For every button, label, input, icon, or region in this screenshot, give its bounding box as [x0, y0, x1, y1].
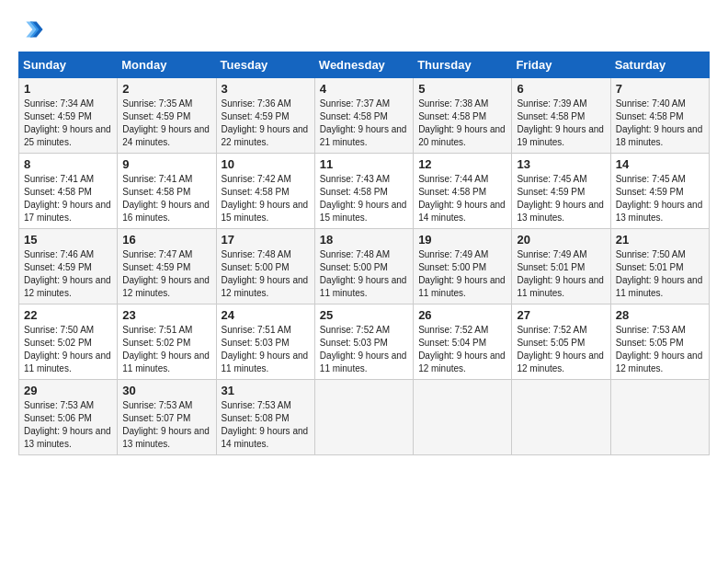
day-info: Sunrise: 7:38 AMSunset: 4:58 PMDaylight:…: [418, 98, 506, 149]
day-info: Sunrise: 7:52 AMSunset: 5:03 PMDaylight:…: [320, 324, 408, 375]
day-number: 25: [320, 308, 408, 322]
day-info: Sunrise: 7:35 AMSunset: 4:59 PMDaylight:…: [122, 98, 210, 149]
day-info: Sunrise: 7:39 AMSunset: 4:58 PMDaylight:…: [517, 98, 605, 149]
day-info: Sunrise: 7:50 AMSunset: 5:01 PMDaylight:…: [616, 248, 704, 300]
day-info: Sunrise: 7:52 AMSunset: 5:04 PMDaylight:…: [418, 324, 506, 375]
day-info: Sunrise: 7:51 AMSunset: 5:03 PMDaylight:…: [222, 324, 310, 375]
calendar-cell: 31Sunrise: 7:53 AMSunset: 5:08 PMDayligh…: [216, 380, 314, 455]
calendar-cell: 30Sunrise: 7:53 AMSunset: 5:07 PMDayligh…: [118, 380, 216, 455]
calendar-cell: 11Sunrise: 7:43 AMSunset: 4:58 PMDayligh…: [314, 154, 413, 229]
day-info: Sunrise: 7:41 AMSunset: 4:58 PMDaylight:…: [122, 173, 210, 224]
day-number: 17: [222, 233, 310, 247]
calendar-cell: 16Sunrise: 7:47 AMSunset: 4:59 PMDayligh…: [118, 229, 216, 304]
calendar-cell: 2Sunrise: 7:35 AMSunset: 4:59 PMDaylight…: [118, 78, 216, 154]
day-number: 31: [222, 384, 310, 397]
day-number: 2: [122, 82, 210, 96]
day-number: 12: [418, 157, 506, 171]
day-number: 3: [222, 82, 310, 96]
calendar-cell: 8Sunrise: 7:41 AMSunset: 4:58 PMDaylight…: [19, 154, 118, 229]
logo-icon: [18, 17, 44, 42]
calendar-cell: [610, 380, 709, 455]
day-info: Sunrise: 7:53 AMSunset: 5:06 PMDaylight:…: [24, 399, 112, 451]
day-number: 9: [122, 157, 210, 171]
day-info: Sunrise: 7:40 AMSunset: 4:58 PMDaylight:…: [616, 98, 704, 149]
day-number: 28: [616, 308, 704, 322]
calendar-cell: 24Sunrise: 7:51 AMSunset: 5:03 PMDayligh…: [216, 304, 314, 380]
calendar-cell: 9Sunrise: 7:41 AMSunset: 4:58 PMDaylight…: [118, 154, 216, 229]
day-number: 23: [122, 308, 210, 322]
day-number: 27: [517, 308, 605, 322]
day-number: 30: [122, 384, 210, 397]
calendar-cell: 19Sunrise: 7:49 AMSunset: 5:00 PMDayligh…: [414, 229, 512, 304]
calendar-cell: [414, 380, 512, 455]
day-info: Sunrise: 7:53 AMSunset: 5:07 PMDaylight:…: [122, 399, 210, 451]
day-info: Sunrise: 7:53 AMSunset: 5:05 PMDaylight:…: [616, 324, 704, 375]
day-info: Sunrise: 7:36 AMSunset: 4:59 PMDaylight:…: [222, 98, 310, 149]
day-number: 10: [222, 157, 310, 171]
calendar-cell: 23Sunrise: 7:51 AMSunset: 5:02 PMDayligh…: [118, 304, 216, 380]
day-info: Sunrise: 7:48 AMSunset: 5:00 PMDaylight:…: [222, 248, 310, 300]
header-friday: Friday: [512, 52, 610, 78]
day-number: 15: [24, 233, 112, 247]
day-info: Sunrise: 7:51 AMSunset: 5:02 PMDaylight:…: [122, 324, 210, 375]
day-number: 22: [24, 308, 112, 322]
week-row-0: 1Sunrise: 7:34 AMSunset: 4:59 PMDaylight…: [19, 78, 710, 154]
week-row-2: 15Sunrise: 7:46 AMSunset: 4:59 PMDayligh…: [19, 229, 710, 304]
day-number: 21: [616, 233, 704, 247]
day-number: 5: [418, 82, 506, 96]
header-thursday: Thursday: [414, 52, 512, 78]
week-row-3: 22Sunrise: 7:50 AMSunset: 5:02 PMDayligh…: [19, 304, 710, 380]
day-number: 1: [24, 82, 112, 96]
week-row-1: 8Sunrise: 7:41 AMSunset: 4:58 PMDaylight…: [19, 154, 710, 229]
calendar-cell: 20Sunrise: 7:49 AMSunset: 5:01 PMDayligh…: [512, 229, 610, 304]
day-number: 24: [222, 308, 310, 322]
calendar-cell: [512, 380, 610, 455]
calendar-header-row: SundayMondayTuesdayWednesdayThursdayFrid…: [19, 52, 710, 78]
header-sunday: Sunday: [19, 52, 118, 78]
calendar-table: SundayMondayTuesdayWednesdayThursdayFrid…: [18, 52, 710, 455]
day-number: 8: [24, 157, 112, 171]
calendar-cell: 26Sunrise: 7:52 AMSunset: 5:04 PMDayligh…: [414, 304, 512, 380]
main-container: SundayMondayTuesdayWednesdayThursdayFrid…: [0, 0, 728, 465]
header-wednesday: Wednesday: [314, 52, 413, 78]
calendar-cell: 10Sunrise: 7:42 AMSunset: 4:58 PMDayligh…: [216, 154, 314, 229]
calendar-cell: 17Sunrise: 7:48 AMSunset: 5:00 PMDayligh…: [216, 229, 314, 304]
header-tuesday: Tuesday: [216, 52, 314, 78]
day-number: 13: [517, 157, 605, 171]
calendar-cell: 7Sunrise: 7:40 AMSunset: 4:58 PMDaylight…: [610, 78, 709, 154]
calendar-cell: 28Sunrise: 7:53 AMSunset: 5:05 PMDayligh…: [610, 304, 709, 380]
day-number: 14: [616, 157, 704, 171]
day-number: 20: [517, 233, 605, 247]
day-info: Sunrise: 7:47 AMSunset: 4:59 PMDaylight:…: [122, 248, 210, 300]
day-number: 11: [320, 157, 408, 171]
day-info: Sunrise: 7:45 AMSunset: 4:59 PMDaylight:…: [616, 173, 704, 224]
day-number: 7: [616, 82, 704, 96]
calendar-cell: 18Sunrise: 7:48 AMSunset: 5:00 PMDayligh…: [314, 229, 413, 304]
calendar-cell: 14Sunrise: 7:45 AMSunset: 4:59 PMDayligh…: [610, 154, 709, 229]
day-info: Sunrise: 7:43 AMSunset: 4:58 PMDaylight:…: [320, 173, 408, 224]
calendar-cell: 29Sunrise: 7:53 AMSunset: 5:06 PMDayligh…: [19, 380, 118, 455]
day-info: Sunrise: 7:37 AMSunset: 4:58 PMDaylight:…: [320, 98, 408, 149]
day-info: Sunrise: 7:48 AMSunset: 5:00 PMDaylight:…: [320, 248, 408, 300]
calendar-cell: 5Sunrise: 7:38 AMSunset: 4:58 PMDaylight…: [414, 78, 512, 154]
calendar-cell: 3Sunrise: 7:36 AMSunset: 4:59 PMDaylight…: [216, 78, 314, 154]
day-number: 6: [517, 82, 605, 96]
calendar-cell: [314, 380, 413, 455]
day-info: Sunrise: 7:49 AMSunset: 5:00 PMDaylight:…: [418, 248, 506, 300]
day-number: 4: [320, 82, 408, 96]
day-number: 19: [418, 233, 506, 247]
header: [18, 17, 710, 42]
day-info: Sunrise: 7:34 AMSunset: 4:59 PMDaylight:…: [24, 98, 112, 149]
day-info: Sunrise: 7:42 AMSunset: 4:58 PMDaylight:…: [222, 173, 310, 224]
calendar-cell: 22Sunrise: 7:50 AMSunset: 5:02 PMDayligh…: [19, 304, 118, 380]
calendar-cell: 4Sunrise: 7:37 AMSunset: 4:58 PMDaylight…: [314, 78, 413, 154]
header-monday: Monday: [118, 52, 216, 78]
day-info: Sunrise: 7:50 AMSunset: 5:02 PMDaylight:…: [24, 324, 112, 375]
header-saturday: Saturday: [610, 52, 709, 78]
day-info: Sunrise: 7:46 AMSunset: 4:59 PMDaylight:…: [24, 248, 112, 300]
day-number: 18: [320, 233, 408, 247]
day-number: 16: [122, 233, 210, 247]
calendar-cell: 6Sunrise: 7:39 AMSunset: 4:58 PMDaylight…: [512, 78, 610, 154]
logo: [18, 17, 48, 42]
day-info: Sunrise: 7:53 AMSunset: 5:08 PMDaylight:…: [222, 399, 310, 451]
